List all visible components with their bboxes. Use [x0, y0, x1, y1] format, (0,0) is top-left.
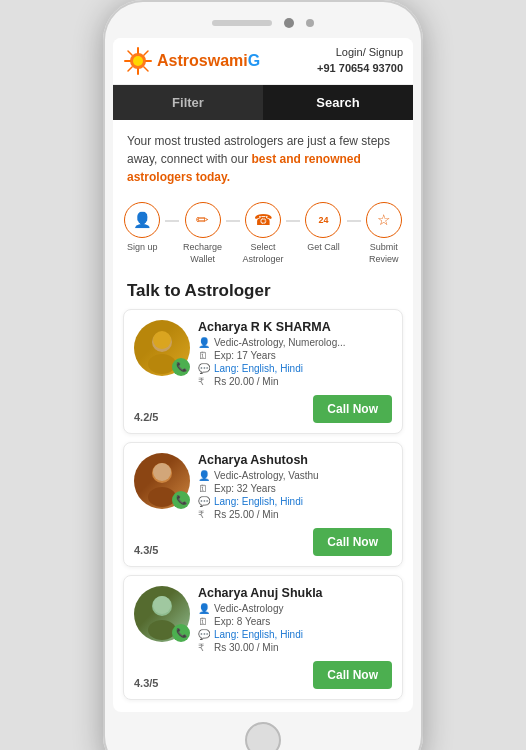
contact-phone: +91 70654 93700: [317, 62, 403, 74]
lang-row-1: 💬 Lang: English, Hindi: [198, 363, 392, 374]
lang-icon-3: 💬: [198, 629, 210, 640]
exp-icon-3: 🗓: [198, 616, 210, 627]
step-connector-2: [226, 220, 240, 222]
rating-1: 4.2/5: [134, 411, 158, 423]
steps-section: 👤 Sign up ✏ Recharge Wallet ☎ Select Ast…: [113, 194, 413, 277]
price-icon-2: ₹: [198, 509, 210, 520]
call-now-btn-2[interactable]: Call Now: [313, 528, 392, 556]
exp-3: Exp: 8 Years: [214, 616, 270, 627]
exp-icon-2: 🗓: [198, 483, 210, 494]
step-review: ☆ Submit Review: [361, 202, 407, 265]
step-signup: 👤 Sign up: [119, 202, 165, 254]
specialty-row-2: 👤 Vedic-Astrology, Vasthu: [198, 470, 392, 481]
step-signup-icon: 👤: [124, 202, 160, 238]
call-now-btn-3[interactable]: Call Now: [313, 661, 392, 689]
price-row-1: ₹ Rs 20.00 / Min: [198, 376, 392, 387]
card-3-bottom: 4.3/5 Call Now: [134, 661, 392, 689]
lang-1: Lang: English, Hindi: [214, 363, 303, 374]
card-2-info: Acharya Ashutosh 👤 Vedic-Astrology, Vast…: [198, 453, 392, 522]
price-3: Rs 30.00 / Min: [214, 642, 278, 653]
card-3-info: Acharya Anuj Shukla 👤 Vedic-Astrology 🗓 …: [198, 586, 392, 655]
price-1: Rs 20.00 / Min: [214, 376, 278, 387]
call-badge-3: 📞: [172, 624, 190, 642]
price-2: Rs 25.00 / Min: [214, 509, 278, 520]
lang-3: Lang: English, Hindi: [214, 629, 303, 640]
phone-speaker: [212, 20, 272, 26]
step-recharge: ✏ Recharge Wallet: [179, 202, 225, 265]
specialty-2: Vedic-Astrology, Vasthu: [214, 470, 319, 481]
section-title: Talk to Astrologer: [113, 277, 413, 309]
phone-screen: AstroswamiG Login/ Signup +91 70654 9370…: [113, 38, 413, 712]
card-3-top: 📞 Acharya Anuj Shukla 👤 Vedic-Astrology …: [134, 586, 392, 655]
astrologer-card-2: 📞 Acharya Ashutosh 👤 Vedic-Astrology, Va…: [123, 442, 403, 567]
specialty-1: Vedic-Astrology, Numerolog...: [214, 337, 346, 348]
logo-area: AstroswamiG: [123, 46, 260, 76]
app-header: AstroswamiG Login/ Signup +91 70654 9370…: [113, 38, 413, 85]
specialty-row-1: 👤 Vedic-Astrology, Numerolog...: [198, 337, 392, 348]
svg-point-1: [133, 56, 143, 66]
specialty-row-3: 👤 Vedic-Astrology: [198, 603, 392, 614]
call-badge-1: 📞: [172, 358, 190, 376]
avatar-wrap-1: 📞: [134, 320, 190, 376]
step-select-icon: ☎: [245, 202, 281, 238]
astrologer-card-1: 📞 Acharya R K SHARMA 👤 Vedic-Astrology, …: [123, 309, 403, 434]
svg-line-7: [144, 67, 148, 71]
logo-name: AstroswamiG: [157, 52, 260, 70]
login-signup-label[interactable]: Login/ Signup: [317, 46, 403, 58]
phone-top-bar: [113, 18, 413, 28]
avatar-wrap-3: 📞: [134, 586, 190, 642]
phone-frame: AstroswamiG Login/ Signup +91 70654 9370…: [103, 0, 423, 750]
exp-icon-1: 🗓: [198, 350, 210, 361]
step-connector-1: [165, 220, 179, 222]
astro-name-2: Acharya Ashutosh: [198, 453, 392, 467]
card-1-bottom: 4.2/5 Call Now: [134, 395, 392, 423]
svg-line-9: [128, 67, 132, 71]
price-icon-1: ₹: [198, 376, 210, 387]
svg-line-6: [128, 51, 132, 55]
svg-line-8: [144, 51, 148, 55]
step-recharge-icon: ✏: [185, 202, 221, 238]
card-1-top: 📞 Acharya R K SHARMA 👤 Vedic-Astrology, …: [134, 320, 392, 389]
exp-1: Exp: 17 Years: [214, 350, 276, 361]
call-now-btn-1[interactable]: Call Now: [313, 395, 392, 423]
specialty-3: Vedic-Astrology: [214, 603, 283, 614]
rating-2: 4.3/5: [134, 544, 158, 556]
nav-search[interactable]: Search: [263, 85, 413, 120]
lang-2: Lang: English, Hindi: [214, 496, 303, 507]
price-row-3: ₹ Rs 30.00 / Min: [198, 642, 392, 653]
card-2-bottom: 4.3/5 Call Now: [134, 528, 392, 556]
astrologer-card-3: 📞 Acharya Anuj Shukla 👤 Vedic-Astrology …: [123, 575, 403, 700]
exp-row-2: 🗓 Exp: 32 Years: [198, 483, 392, 494]
step-review-icon: ☆: [366, 202, 402, 238]
step-connector-3: [286, 220, 300, 222]
step-signup-label: Sign up: [127, 242, 158, 254]
price-row-2: ₹ Rs 25.00 / Min: [198, 509, 392, 520]
svg-point-18: [153, 596, 171, 614]
step-getcall-label: Get Call: [307, 242, 340, 254]
exp-2: Exp: 32 Years: [214, 483, 276, 494]
phone-bottom: [113, 722, 413, 750]
exp-row-1: 🗓 Exp: 17 Years: [198, 350, 392, 361]
tagline-text: Your most trusted astrologers are just a…: [113, 120, 413, 194]
avatar-wrap-2: 📞: [134, 453, 190, 509]
step-recharge-label: Recharge Wallet: [179, 242, 225, 265]
astro-name-1: Acharya R K SHARMA: [198, 320, 392, 334]
card-1-info: Acharya R K SHARMA 👤 Vedic-Astrology, Nu…: [198, 320, 392, 389]
step-select: ☎ Select Astrologer: [240, 202, 286, 265]
svg-point-12: [153, 331, 171, 349]
astro-name-3: Acharya Anuj Shukla: [198, 586, 392, 600]
rating-3: 4.3/5: [134, 677, 158, 689]
lang-row-3: 💬 Lang: English, Hindi: [198, 629, 392, 640]
specialty-icon-3: 👤: [198, 603, 210, 614]
exp-row-3: 🗓 Exp: 8 Years: [198, 616, 392, 627]
header-right: Login/ Signup +91 70654 93700: [317, 46, 403, 76]
step-select-label: Select Astrologer: [240, 242, 286, 265]
lang-icon-1: 💬: [198, 363, 210, 374]
nav-filter[interactable]: Filter: [113, 85, 263, 120]
step-getcall: 24 Get Call: [300, 202, 346, 254]
home-button[interactable]: [245, 722, 281, 750]
phone-camera: [284, 18, 294, 28]
call-badge-2: 📞: [172, 491, 190, 509]
step-getcall-icon: 24: [305, 202, 341, 238]
lang-row-2: 💬 Lang: English, Hindi: [198, 496, 392, 507]
